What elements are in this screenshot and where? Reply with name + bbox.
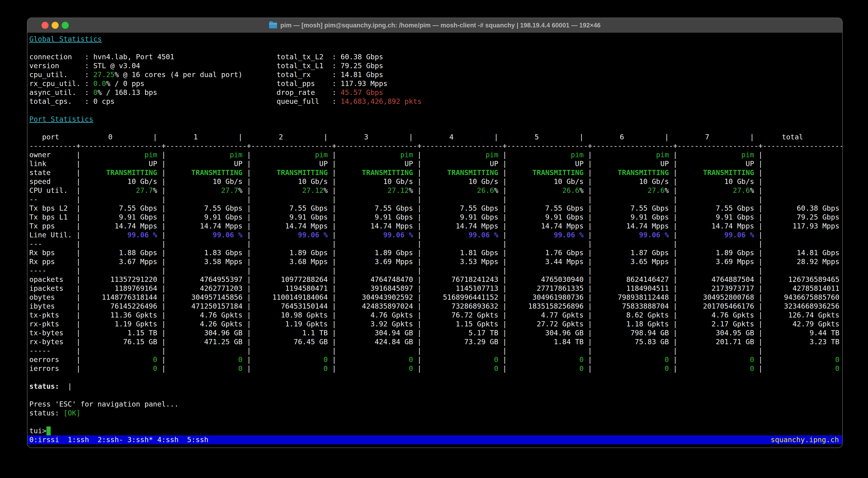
pipe: | bbox=[72, 249, 81, 257]
stat-cell: 1.1 TB bbox=[251, 329, 328, 337]
zoom-button[interactable] bbox=[62, 22, 69, 29]
row-label: Tx pps bbox=[29, 221, 72, 231]
stat-cell: 1.15 TB bbox=[81, 329, 157, 337]
terminal-screen[interactable]: Global Statisticsconnection: hvn4.lab, P… bbox=[27, 33, 842, 448]
row-label: Rx pps bbox=[29, 257, 72, 266]
stat-value: 27.25 bbox=[93, 71, 115, 79]
pipe: | bbox=[413, 320, 422, 328]
terminal-blank-line bbox=[27, 391, 842, 400]
stat-cell: 1.88 Gbps bbox=[81, 248, 157, 257]
pipe: | bbox=[157, 240, 166, 248]
minimize-button[interactable] bbox=[52, 22, 59, 29]
pipe: | bbox=[157, 355, 166, 364]
stat-cell: 1184904511 bbox=[592, 284, 669, 293]
pipe: | bbox=[498, 222, 507, 230]
stat-cell: 9.91 Gbps bbox=[507, 213, 584, 221]
pipe: | bbox=[72, 302, 81, 310]
block-cursor bbox=[46, 426, 51, 435]
pipe: | bbox=[328, 160, 336, 168]
percent-sign: % bbox=[494, 186, 498, 195]
pipe: | bbox=[584, 160, 592, 168]
table-row: -- | | | | | | | | | bbox=[27, 195, 842, 204]
stat-cell: 4262771203 bbox=[166, 284, 243, 293]
stat-cell: 3.53 Mpps bbox=[422, 257, 498, 266]
pipe: | bbox=[498, 329, 507, 337]
cpu-value: 26.6 bbox=[477, 186, 494, 195]
pipe: | bbox=[413, 168, 422, 177]
stat-cell: pim bbox=[592, 150, 669, 159]
tmux-window-list[interactable]: 0:irssi 1:ssh 2:ssh- 3:ssh* 4:ssh 5:ssh bbox=[29, 435, 208, 444]
global-stats-row: rx_cpu_util.: 0.0% / 0 ppstotal_pps: 117… bbox=[27, 79, 842, 88]
stat-label: total_cps. bbox=[29, 97, 85, 106]
pipe: | bbox=[754, 186, 763, 195]
pipe: | bbox=[498, 284, 507, 293]
pipe: | bbox=[72, 338, 81, 346]
row-label: Tx bps L1 bbox=[29, 213, 72, 221]
stat-cell: 117.93 Mpps bbox=[763, 221, 839, 231]
stat-cell: 10 Gb/s bbox=[251, 177, 328, 186]
stat-cell: 7.55 Gbps bbox=[677, 204, 754, 213]
stat-cell: 0 bbox=[507, 355, 584, 364]
stat-cell: 27.12% bbox=[251, 186, 328, 195]
stat-cell: 0 bbox=[81, 355, 157, 364]
pipe: | bbox=[754, 213, 763, 221]
pipe: | bbox=[243, 195, 251, 203]
pipe: | bbox=[328, 258, 336, 266]
global-stats-row: total_cps.: 0 cpsqueue_full: 14,683,426,… bbox=[27, 97, 842, 106]
pipe: | bbox=[413, 293, 422, 301]
stat-cell: 1194580471 bbox=[251, 284, 328, 293]
stat-value: % / 168.13 bps bbox=[98, 88, 157, 97]
stat-cell: 3916845897 bbox=[336, 284, 413, 293]
pipe: | bbox=[72, 213, 81, 221]
stat-cell: 9.91 Gbps bbox=[422, 213, 498, 221]
pipe: | bbox=[328, 355, 336, 364]
stat-cell: 76.15 GB bbox=[81, 337, 157, 346]
table-row: rx-pkts |1.19 Gpkts |4.26 Gpkts |1.19 Gp… bbox=[27, 319, 842, 329]
stat-cell: 99.06 % bbox=[336, 231, 413, 239]
terminal-blank-line bbox=[27, 124, 842, 133]
stat-cell: 3.44 Mpps bbox=[507, 257, 584, 266]
pipe: | bbox=[413, 186, 422, 195]
stat-cell: 7.55 Gbps bbox=[507, 204, 584, 213]
pipe: | bbox=[413, 302, 422, 310]
pipe: | bbox=[157, 258, 166, 266]
stat-value: 60.38 Gbps bbox=[341, 53, 383, 61]
stat-label: cpu_util. bbox=[29, 70, 85, 79]
pipe: | bbox=[669, 168, 677, 177]
stat-cell: 1.89 Gbps bbox=[677, 248, 754, 257]
pipe: | bbox=[413, 160, 422, 168]
stat-cell: 27.6% bbox=[677, 186, 754, 195]
stat-cell: TRANSMITTING bbox=[507, 168, 584, 177]
stat-cell: 99.06 % bbox=[422, 231, 498, 239]
stat-cell: 14.74 Mpps bbox=[81, 221, 157, 231]
row-label: ---- bbox=[29, 266, 72, 275]
pipe: | bbox=[243, 177, 251, 185]
pipe: | bbox=[328, 293, 336, 301]
stat-cell: 798938112448 bbox=[592, 293, 669, 302]
row-label: rx-pkts bbox=[29, 319, 72, 329]
pipe: | bbox=[243, 240, 251, 248]
pipe: | bbox=[243, 293, 251, 301]
title-bar[interactable]: pim — [mosh] pim@squanchy.ipng.ch: /home… bbox=[27, 18, 842, 33]
prompt-row[interactable]: tui> bbox=[27, 426, 842, 435]
pipe: | bbox=[243, 213, 251, 221]
port-column-header: 2 bbox=[243, 133, 319, 141]
pipe: | bbox=[328, 151, 336, 159]
stat-cell: TRANSMITTING bbox=[592, 168, 669, 177]
table-row: rx-bytes |76.15 GB |471.25 GB |76.45 GB … bbox=[27, 337, 842, 346]
close-button[interactable] bbox=[41, 22, 49, 29]
tui-prompt: tui> bbox=[29, 427, 46, 435]
pipe: | bbox=[669, 213, 677, 221]
stat-cell: 3.67 Mpps bbox=[81, 257, 157, 266]
stat-cell: 0 bbox=[166, 364, 243, 373]
pipe: | bbox=[669, 320, 677, 328]
pipe: | bbox=[328, 364, 336, 373]
stat-cell: UP bbox=[166, 159, 243, 168]
stat-cell: pim bbox=[422, 150, 498, 159]
pipe: | bbox=[498, 168, 507, 177]
stat-cell: 2.17 Gpkts bbox=[677, 319, 754, 329]
pipe: | bbox=[72, 160, 81, 168]
colon: : bbox=[332, 71, 340, 79]
pipe: | bbox=[498, 355, 507, 364]
pipe: | bbox=[157, 177, 166, 185]
